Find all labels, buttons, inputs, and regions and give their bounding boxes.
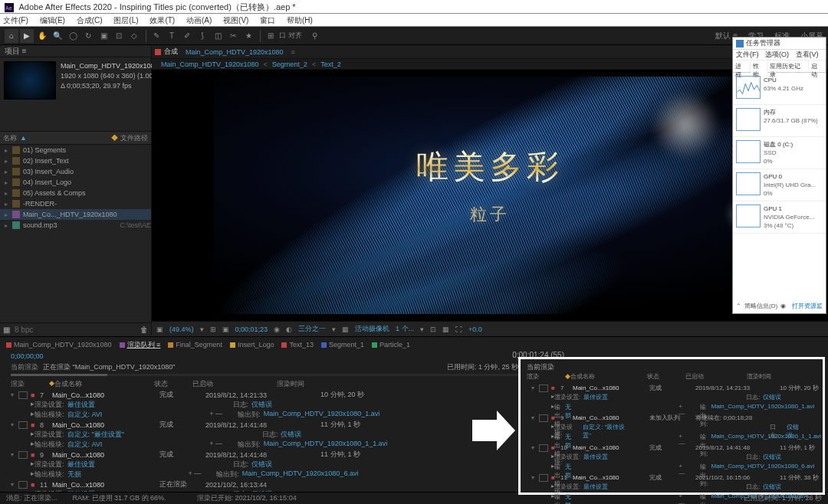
asset-row[interactable]: ▸Main_Co..._HDTV_1920x1080 bbox=[0, 209, 151, 220]
crumb-item[interactable]: Main_Comp_HDTV_1920x1080 bbox=[161, 61, 259, 68]
viewer-tab-name[interactable]: Main_Comp_HDTV_1920x1080 bbox=[186, 48, 284, 56]
tm-tab[interactable]: 应用历史记录 bbox=[767, 61, 809, 72]
pen-tool-icon[interactable]: ✎ bbox=[150, 29, 163, 43]
mask-icon[interactable]: ▣ bbox=[222, 326, 229, 333]
proj-btn-3[interactable]: 🗑 bbox=[140, 326, 148, 334]
render-queue-item[interactable]: ▾■10Main_Co...x1080完成2019/8/12, 14:41:48… bbox=[524, 443, 820, 453]
roto-tool-icon[interactable]: ✂ bbox=[226, 29, 240, 43]
color-icon[interactable]: ▦ bbox=[342, 326, 349, 333]
clone-tool-icon[interactable]: ⟆ bbox=[196, 29, 209, 43]
project-panel-title[interactable]: 项目 ≡ bbox=[0, 45, 151, 57]
tm-card[interactable]: 磁盘 0 (C:)SSD0% bbox=[733, 137, 826, 169]
tm-card[interactable]: GPU 0Intel(R) UHD Gra...0% bbox=[733, 169, 826, 201]
queue-checkbox[interactable] bbox=[539, 385, 548, 392]
grid-icon[interactable]: ⊞ bbox=[210, 326, 216, 333]
col-tag[interactable]: 文件路径 bbox=[120, 134, 148, 142]
crumb-item[interactable]: Text_2 bbox=[320, 61, 341, 68]
zoom-value[interactable]: (49.4%) bbox=[169, 326, 194, 333]
tm-tab[interactable]: 进程 bbox=[733, 61, 751, 72]
crumb-item[interactable]: Segment_2 bbox=[272, 61, 307, 68]
queue-checkbox[interactable] bbox=[539, 474, 548, 482]
tm-menu-file[interactable]: 文件(F) bbox=[736, 51, 759, 58]
timeline-tab[interactable]: Insert_Logo bbox=[230, 341, 274, 349]
hand-tool-icon[interactable]: ✋ bbox=[35, 29, 49, 43]
comp-thumbnail[interactable] bbox=[4, 61, 56, 100]
rotate-tool-icon[interactable]: ↻ bbox=[81, 29, 95, 43]
asset-list[interactable]: ▸01) Segments▸02) Insert_Text▸03) Insert… bbox=[0, 145, 151, 322]
tm-open-resmon[interactable]: 打开资源监 bbox=[792, 302, 823, 310]
asset-row[interactable]: ▸04) Insert_Logo bbox=[0, 177, 151, 188]
queue-checkbox[interactable] bbox=[539, 414, 548, 422]
menu-edit[interactable]: 编辑(E) bbox=[40, 16, 65, 25]
render-queue-item[interactable]: ▾■9Main_Co...x1080未加入队列将继续在: 0;00;18;28 bbox=[524, 413, 820, 423]
col-comp-name[interactable]: 合成名称 bbox=[54, 379, 154, 390]
proj-btn-2[interactable]: 8 bpc bbox=[15, 326, 33, 334]
viewer-tab-label[interactable]: 合成 bbox=[164, 47, 178, 57]
eraser-tool-icon[interactable]: ◫ bbox=[211, 29, 225, 43]
tm-menu-view[interactable]: 查看(V) bbox=[796, 51, 819, 58]
tm-tab[interactable]: 启动 bbox=[809, 61, 826, 72]
asset-row[interactable]: ▸01) Segments bbox=[0, 145, 151, 155]
task-manager-window[interactable]: 任务管理器 文件(F) 选项(O) 查看(V) 进程性能应用历史记录启动 CPU… bbox=[732, 37, 826, 314]
text-tool-icon[interactable]: T bbox=[165, 29, 179, 43]
timeline-tab[interactable]: Text_13 bbox=[281, 341, 314, 349]
view-opt2-icon[interactable]: ▦ bbox=[442, 326, 449, 333]
tm-card[interactable]: GPU 1NVIDIA GeForce...3% (48 °C) bbox=[733, 201, 826, 234]
snap-icon[interactable]: ⊞ bbox=[264, 29, 278, 43]
home-icon[interactable]: ⌂ bbox=[5, 29, 18, 43]
queue-checkbox[interactable] bbox=[18, 421, 28, 429]
queue-checkbox[interactable] bbox=[18, 391, 28, 399]
region-icon[interactable]: ◐ bbox=[286, 326, 292, 333]
asset-row[interactable]: ▸sound.mp3C:\test\AE bbox=[0, 220, 151, 231]
asset-row[interactable]: ▸02) Insert_Text bbox=[0, 155, 151, 166]
render-queue-item[interactable]: ▾■7Main_Co...x1080完成2019/8/12, 14:21:331… bbox=[524, 383, 820, 393]
asset-row[interactable]: ▸05) Assets & Comps bbox=[0, 188, 151, 198]
snap-icon2[interactable]: ◉ bbox=[274, 326, 280, 333]
zoom-tool-icon[interactable]: 🔍 bbox=[51, 29, 64, 43]
col-name[interactable]: 名称 bbox=[3, 133, 17, 143]
breadcrumb[interactable]: Main_Comp_HDTV_1920x1080<Segment_2<Text_… bbox=[152, 59, 828, 70]
menu-layer[interactable]: 图层(L) bbox=[113, 16, 138, 25]
select-tool-icon[interactable]: ▶ bbox=[20, 29, 34, 43]
pan-tool-icon[interactable]: ⊡ bbox=[112, 29, 126, 43]
camera-tool-icon[interactable]: ▣ bbox=[97, 29, 110, 43]
queue-checkbox[interactable] bbox=[18, 451, 28, 459]
tm-card[interactable]: 内存27.6/31.7 GB (87%) bbox=[733, 105, 826, 137]
search-icon[interactable]: ⚲ bbox=[308, 29, 322, 43]
menu-window[interactable]: 窗口 bbox=[260, 16, 275, 25]
chan-icon[interactable]: ▾ bbox=[200, 326, 204, 333]
queue-checkbox[interactable] bbox=[18, 481, 28, 489]
menu-effect[interactable]: 效果(T) bbox=[150, 16, 175, 25]
tm-card[interactable]: CPU63% 4.21 GHz bbox=[733, 73, 826, 105]
tm-menu-opt[interactable]: 选项(O) bbox=[765, 51, 789, 58]
menu-comp[interactable]: 合成(C) bbox=[77, 16, 103, 25]
col-start[interactable]: 已启动 bbox=[192, 379, 277, 390]
col-state[interactable]: 状态 bbox=[154, 379, 192, 390]
timeline-tab[interactable]: Final_Segment bbox=[168, 341, 222, 349]
col-dur[interactable]: 渲染时间 bbox=[277, 379, 338, 390]
quality-value[interactable]: 三分之一 bbox=[298, 324, 326, 334]
cam-value[interactable]: 活动摄像机 bbox=[355, 324, 389, 334]
tm-brief[interactable]: 简略信息(D) bbox=[744, 302, 777, 310]
exp-value[interactable]: +0.0 bbox=[468, 326, 482, 333]
proj-btn-1[interactable]: ▦ bbox=[3, 326, 10, 334]
asset-row[interactable]: ▸-RENDER- bbox=[0, 198, 151, 209]
menu-anim[interactable]: 动画(A) bbox=[186, 16, 212, 25]
menu-view[interactable]: 视图(V) bbox=[223, 16, 248, 25]
col-render[interactable]: 渲染 bbox=[11, 379, 49, 390]
viewer-canvas[interactable]: 唯美多彩 粒子 bbox=[152, 70, 828, 321]
menu-file[interactable]: 文件(F) bbox=[3, 16, 28, 25]
tm-tab[interactable]: 性能 bbox=[751, 61, 768, 73]
asset-row[interactable]: ▸03) Insert_Audio bbox=[0, 166, 151, 177]
views-value[interactable]: 1 个... bbox=[396, 324, 414, 334]
orbit-tool-icon[interactable]: ◯ bbox=[66, 29, 80, 43]
puppet-tool-icon[interactable]: ★ bbox=[242, 29, 255, 43]
timeline-tab[interactable]: Particle_1 bbox=[372, 341, 410, 349]
timeline-tab[interactable]: Main_Comp_HDTV_1920x1080 bbox=[6, 341, 112, 349]
view-opt-icon[interactable]: ⊡ bbox=[430, 326, 436, 333]
res-icon[interactable]: ▣ bbox=[156, 326, 163, 333]
time-value[interactable]: 0;00;01;23 bbox=[235, 326, 268, 333]
shape-tool-icon[interactable]: ◇ bbox=[127, 29, 141, 43]
queue-checkbox[interactable] bbox=[539, 444, 548, 452]
timeline-tab[interactable]: 渲染队列 ≡ bbox=[120, 340, 161, 350]
